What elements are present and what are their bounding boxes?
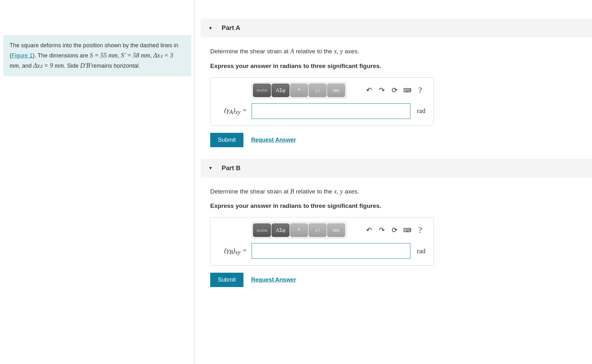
subsup-button[interactable]: ↓↑ [309,224,327,237]
answer-input-b[interactable] [251,243,411,259]
help-icon[interactable]: ? [414,84,427,97]
request-answer-link[interactable]: Request Answer [251,277,296,283]
part-b-body: Determine the shear strain at B relative… [201,186,592,299]
special-char-button[interactable]: * [290,84,308,97]
answer-area-a: ▭√▭ ΑΣφ * ↓↑ vec ↶ ↷ ⟳ ⌨ ? (γA)xy = [210,77,434,126]
keyboard-icon[interactable]: ⌨ [401,84,414,97]
greek-button[interactable]: ΑΣφ [272,224,289,237]
templates-button[interactable]: ▭√▭ [253,84,271,97]
unit-label: rad [414,247,427,255]
part-a-body: Determine the shear strain at A relative… [201,46,592,159]
templates-button[interactable]: ▭√▭ [253,224,271,237]
toolbar-group: ▭√▭ ΑΣφ * ↓↑ vec [251,82,347,99]
answer-area-b: ▭√▭ ΑΣφ * ↓↑ vec ↶ ↷ ⟳ ⌨ ? (γB)xy = [210,217,434,266]
equation-toolbar: ▭√▭ ΑΣφ * ↓↑ vec ↶ ↷ ⟳ ⌨ ? [218,82,427,99]
subsup-button[interactable]: ↓↑ [309,84,327,97]
question-text: Determine the shear strain at B relative… [210,186,592,196]
special-char-button[interactable]: * [290,224,308,237]
undo-icon[interactable]: ↶ [363,84,375,97]
math-eq: Δx₂ = 9 mm [33,62,64,69]
variable-label: (γA)xy = [218,106,248,116]
answer-input-a[interactable] [251,103,411,119]
redo-icon[interactable]: ↷ [375,224,388,237]
problem-statement: The square deforms into the position sho… [3,35,191,76]
reset-icon[interactable]: ⟳ [388,84,401,97]
answer-input-row: (γB)xy = rad [218,243,427,259]
submit-button[interactable]: Submit [210,133,243,147]
vector-button[interactable]: vec [327,84,345,97]
problem-panel: The square deforms into the position sho… [0,0,195,364]
answer-panel: ▼ Part A Determine the shear strain at A… [195,0,592,364]
answer-input-row: (γA)xy = rad [218,103,427,119]
question-text: Determine the shear strain at A relative… [210,46,592,56]
problem-text: ). The dimensions are [33,52,90,59]
help-icon[interactable]: ? [414,224,427,237]
part-b-header: ▼ Part B [201,159,592,178]
variable-label: (γB)xy = [218,246,248,256]
instruction-text: Express your answer in radians to three … [210,63,592,70]
undo-icon[interactable]: ↶ [363,224,375,237]
unit-label: rad [414,107,427,115]
action-row: Submit Request Answer [210,133,592,147]
collapse-icon[interactable]: ▼ [208,26,213,31]
part-a-header: ▼ Part A [201,19,592,37]
request-answer-link[interactable]: Request Answer [251,137,296,143]
reset-icon[interactable]: ⟳ [388,224,401,237]
part-title: Part A [222,24,240,32]
redo-icon[interactable]: ↷ [375,84,388,97]
math-eq: S′ = 58 mm [121,52,150,59]
collapse-icon[interactable]: ▼ [208,165,213,171]
toolbar-group: ▭√▭ ΑΣφ * ↓↑ vec [251,222,347,239]
part-title: Part B [222,164,241,172]
greek-button[interactable]: ΑΣφ [272,84,289,97]
instruction-text: Express your answer in radians to three … [210,202,592,209]
math-eq: S = 55 mm [90,52,118,59]
vector-button[interactable]: vec [327,224,345,237]
equation-toolbar: ▭√▭ ΑΣφ * ↓↑ vec ↶ ↷ ⟳ ⌨ ? [218,222,427,239]
keyboard-icon[interactable]: ⌨ [401,224,414,237]
figure-link[interactable]: Figure 1 [12,52,33,59]
math-side: D′B′ [80,62,91,69]
submit-button[interactable]: Submit [210,273,243,287]
action-row: Submit Request Answer [210,273,592,287]
